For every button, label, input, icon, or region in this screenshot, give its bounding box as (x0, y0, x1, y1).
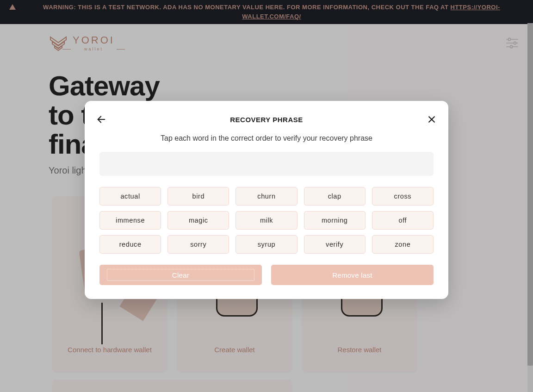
selected-phrase-box (99, 152, 434, 176)
word-chip-magic[interactable]: magic (167, 211, 229, 230)
clear-button[interactable]: Clear (99, 265, 262, 285)
word-chip-churn[interactable]: churn (236, 187, 297, 205)
word-chip-clap[interactable]: clap (304, 187, 366, 205)
modal-header: RECOVERY PHRASE (99, 113, 434, 126)
word-chip-syrup[interactable]: syrup (236, 235, 297, 254)
word-chip-immense[interactable]: immense (99, 211, 161, 230)
word-chip-reduce[interactable]: reduce (99, 235, 161, 254)
remove-last-button[interactable]: Remove last (271, 265, 434, 285)
modal-backdrop[interactable]: RECOVERY PHRASE Tap each word in the cor… (0, 0, 533, 392)
modal-action-row: Clear Remove last (99, 265, 434, 285)
word-grid: actual bird churn clap cross immense mag… (99, 187, 434, 254)
word-chip-morning[interactable]: morning (304, 211, 366, 230)
word-chip-milk[interactable]: milk (236, 211, 297, 230)
word-chip-off[interactable]: off (372, 211, 434, 230)
recovery-phrase-modal: RECOVERY PHRASE Tap each word in the cor… (85, 101, 448, 299)
modal-subtitle: Tap each word in the correct order to ve… (99, 134, 434, 143)
modal-title: RECOVERY PHRASE (230, 116, 303, 124)
word-chip-zone[interactable]: zone (372, 235, 434, 254)
back-button[interactable] (95, 113, 108, 126)
word-chip-verify[interactable]: verify (304, 235, 366, 254)
word-chip-actual[interactable]: actual (99, 187, 161, 205)
word-chip-cross[interactable]: cross (372, 187, 434, 205)
word-chip-sorry[interactable]: sorry (167, 235, 229, 254)
word-chip-bird[interactable]: bird (167, 187, 229, 205)
close-button[interactable] (425, 113, 438, 126)
